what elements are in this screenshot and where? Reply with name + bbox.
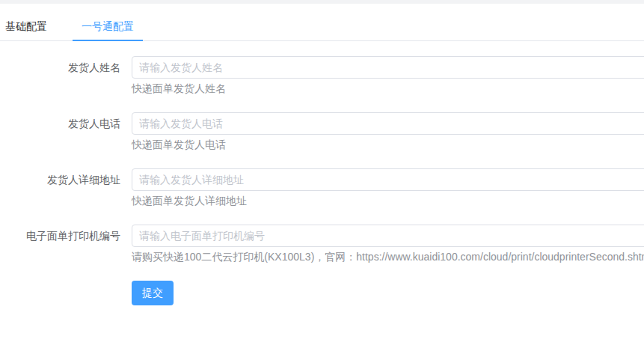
one-number-config-form: 发货人姓名 快递面单发货人姓名 发货人电话 快递面单发货人电话 发货人详细地址 …	[0, 56, 644, 305]
tab-one-number-config[interactable]: 一号通配置	[73, 21, 143, 40]
sender-phone-help-text: 快递面单发货人电话	[132, 139, 644, 150]
sender-address-label: 发货人详细地址	[0, 168, 132, 207]
form-item-printer-number: 电子面单打印机编号 请购买快递100二代云打印机(KX100L3)，官网：htt…	[0, 225, 644, 263]
sender-name-help-text: 快递面单发货人姓名	[132, 83, 644, 94]
printer-number-label: 电子面单打印机编号	[0, 225, 132, 263]
submit-row: 提交	[132, 281, 644, 305]
printer-number-help-text: 请购买快递100二代云打印机(KX100L3)，官网：https://www.k…	[132, 251, 644, 263]
tab-bar: 基础配置 一号通配置	[0, 4, 644, 41]
settings-page: 基础配置 一号通配置 发货人姓名 快递面单发货人姓名 发货人电话 快递面单发货人…	[0, 0, 644, 363]
printer-number-input[interactable]	[132, 225, 644, 247]
sender-address-help-text: 快递面单发货人详细地址	[132, 195, 644, 207]
form-item-sender-phone: 发货人电话 快递面单发货人电话	[0, 112, 644, 150]
sender-phone-label: 发货人电话	[0, 112, 132, 150]
sender-name-input[interactable]	[132, 56, 644, 79]
sender-phone-input[interactable]	[132, 112, 644, 135]
tab-basic-config[interactable]: 基础配置	[0, 21, 52, 40]
form-item-sender-address: 发货人详细地址 快递面单发货人详细地址	[0, 168, 644, 207]
submit-button[interactable]: 提交	[132, 281, 174, 305]
sender-name-label: 发货人姓名	[0, 56, 132, 94]
sender-address-input[interactable]	[132, 168, 644, 191]
form-item-sender-name: 发货人姓名 快递面单发货人姓名	[0, 56, 644, 94]
